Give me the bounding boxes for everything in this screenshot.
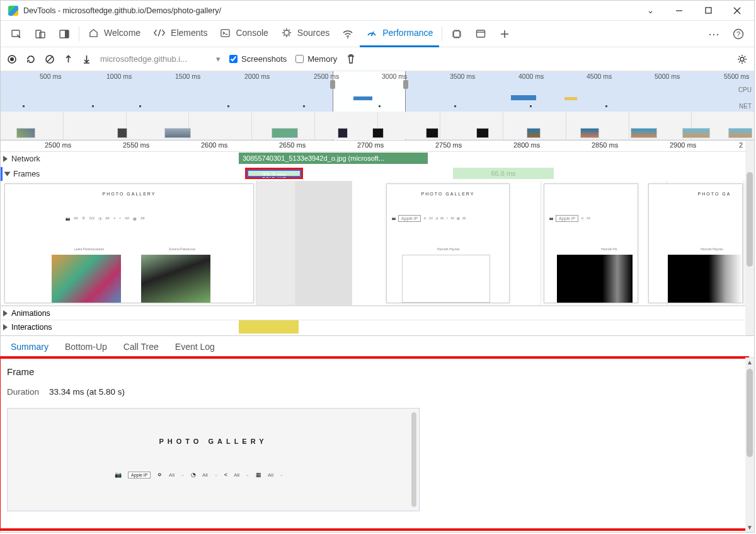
network-request-bar[interactable]: 30855740301_5133e3942d_o.jpg (microsoft.…: [239, 153, 428, 164]
tab-welcome-label: Welcome: [104, 28, 140, 38]
svg-rect-13: [454, 31, 460, 37]
close-button[interactable]: [723, 1, 752, 21]
photo-caption: Leela Paramaswaran: [74, 247, 104, 251]
memory-checkbox[interactable]: Memory: [295, 54, 337, 64]
frame-bar-label: 66.8 ms: [491, 170, 515, 177]
filter-all: All: [462, 216, 466, 220]
flame-tick: 2600 ms: [201, 141, 227, 149]
flame-scrollbar[interactable]: [745, 141, 754, 335]
tab-performance[interactable]: Performance: [360, 21, 439, 47]
camera-chip: Apple iP: [128, 472, 151, 479]
overview-tick: 500 ms: [40, 73, 61, 80]
gallery-title: PHOTO GA: [687, 192, 742, 196]
photo-caption: Hannah Haynes: [437, 247, 460, 251]
upload-button[interactable]: [64, 54, 73, 64]
svg-point-11: [347, 37, 348, 38]
duration-key: Duration: [7, 387, 39, 397]
overview-tick: 5500 ms: [724, 73, 749, 80]
dock-icon[interactable]: [52, 21, 76, 47]
overview-tick: 4000 ms: [518, 73, 544, 80]
flame-tick: 2900 ms: [670, 141, 696, 149]
help-icon[interactable]: ?: [726, 21, 750, 47]
inspect-icon[interactable]: [4, 21, 28, 47]
filter-all: All: [268, 472, 273, 478]
frame-bar[interactable]: 66.8 ms: [453, 168, 554, 179]
preview-scrollbar[interactable]: [411, 412, 416, 507]
overview-tick: 1000 ms: [106, 73, 132, 80]
record-button[interactable]: [7, 54, 17, 64]
app-favicon: [8, 6, 18, 16]
timeline-overview[interactable]: 500 ms 1000 ms 1500 ms 2000 ms 2500 ms 3…: [1, 71, 754, 141]
tab-elements[interactable]: Elements: [147, 21, 214, 47]
memory-panel-icon[interactable]: [445, 21, 469, 47]
photo-caption: Hannah Haynes: [701, 247, 723, 251]
svg-point-10: [284, 30, 289, 35]
svg-rect-1: [706, 8, 711, 13]
details-scrollbar[interactable]: ▲ ▼: [745, 357, 754, 532]
screenshots-checkbox[interactable]: Screenshots: [229, 54, 287, 64]
svg-rect-14: [477, 30, 485, 37]
flame-tick: 2750 ms: [435, 141, 462, 149]
add-tab-icon[interactable]: [493, 21, 517, 47]
tab-welcome[interactable]: Welcome: [82, 21, 147, 47]
tab-bottom-up[interactable]: Bottom-Up: [65, 342, 107, 352]
maximize-button[interactable]: [694, 1, 723, 21]
camera-chip: Apple iP: [556, 215, 578, 222]
frame-bar-selected[interactable]: 33.3 ms: [245, 168, 303, 179]
main-tab-bar: Welcome Elements Console Sources Perform…: [1, 21, 754, 47]
download-button[interactable]: [82, 54, 91, 64]
settings-gear-icon[interactable]: [736, 54, 748, 65]
details-heading: Frame: [7, 366, 748, 377]
animations-track[interactable]: Animations: [1, 306, 754, 320]
svg-rect-8: [65, 30, 69, 38]
network-conditions-icon[interactable]: [336, 21, 360, 47]
frames-track-header[interactable]: Frames: [1, 167, 754, 181]
interaction-bar[interactable]: [239, 320, 299, 334]
svg-point-21: [10, 57, 14, 61]
tab-sources-label: Sources: [297, 28, 329, 38]
preview-title: PHOTO GALLERY: [8, 438, 419, 445]
filter-all: All: [140, 216, 145, 220]
duration-value: 33.34 ms (at 5.80 s): [49, 387, 125, 397]
device-toggle-icon[interactable]: [28, 21, 52, 47]
tab-event-log[interactable]: Event Log: [175, 342, 215, 352]
filter-all: All: [74, 216, 78, 220]
gallery-title: PHOTO GALLERY: [387, 192, 509, 196]
chevron-down-icon[interactable]: ⌄: [636, 1, 665, 21]
application-panel-icon[interactable]: [469, 21, 493, 47]
more-icon[interactable]: ⋯: [702, 21, 726, 47]
flame-chart[interactable]: 2500 ms 2550 ms 2600 ms 2650 ms 2700 ms …: [1, 141, 754, 336]
filter-all: All: [440, 216, 444, 220]
collapse-icon: [3, 310, 8, 316]
filter-all: All: [105, 216, 110, 220]
trash-icon[interactable]: [346, 54, 356, 64]
frames-screenshot-strip: PHOTO GALLERY 📷All⭘0/2 ◔All⌖<All ▦All Le…: [1, 181, 754, 306]
filter-all: All: [125, 216, 129, 220]
filter-all: All: [202, 472, 208, 478]
svg-line-23: [47, 57, 52, 62]
tab-sources[interactable]: Sources: [275, 21, 336, 47]
filter-all: All: [169, 472, 175, 478]
filter-count: 0/2: [89, 216, 94, 220]
overview-tick: 3500 ms: [450, 73, 475, 80]
reload-record-button[interactable]: [26, 54, 36, 64]
flame-tick: 2: [739, 141, 743, 149]
filter-all: All: [234, 472, 239, 478]
photo-caption: Zuzana Polednova: [169, 247, 195, 251]
svg-text:?: ?: [736, 30, 740, 38]
clear-button[interactable]: [45, 54, 55, 64]
filter-all: All: [587, 216, 590, 220]
interactions-track[interactable]: Interactions ▼: [1, 320, 754, 334]
tab-summary[interactable]: Summary: [11, 342, 49, 352]
tab-console[interactable]: Console: [214, 21, 274, 47]
overview-tick: 2000 ms: [244, 73, 270, 80]
flame-tick: 2500 ms: [45, 141, 71, 149]
tab-call-tree[interactable]: Call Tree: [123, 342, 159, 352]
memory-label: Memory: [307, 54, 337, 64]
url-dropdown-icon[interactable]: ▾: [216, 54, 220, 64]
minimize-button[interactable]: [665, 1, 694, 21]
expand-icon: [4, 172, 11, 177]
flame-tick: 2550 ms: [123, 141, 149, 149]
svg-rect-5: [36, 30, 41, 38]
recording-url[interactable]: microsoftedge.github.i...: [100, 54, 207, 64]
